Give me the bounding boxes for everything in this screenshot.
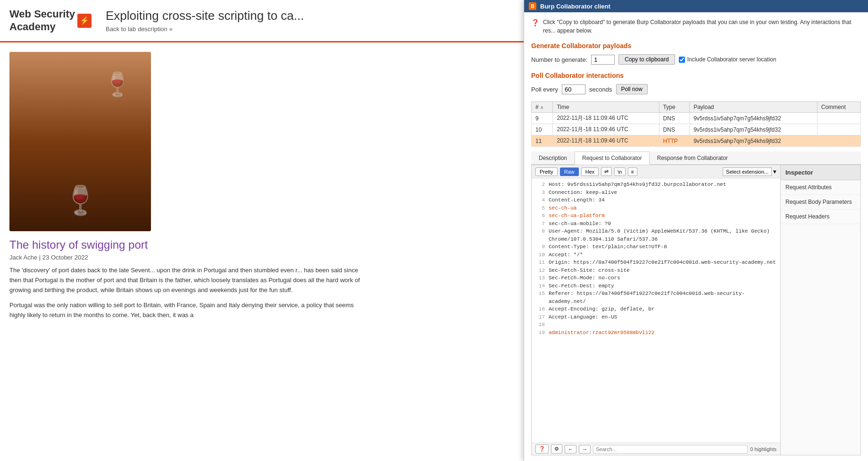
search-help-icon[interactable]: ❓ xyxy=(535,444,549,453)
poll-row: Poll every seconds Poll now xyxy=(531,84,861,94)
logo: Web Security Academy ⚡ xyxy=(9,8,92,33)
table-row[interactable]: 92022-11月-18 11:09:46 UTCDNS9v5rdss1iv5a… xyxy=(532,113,861,124)
article-section: 🍷 🍷 The history of swigging port Jack Ac… xyxy=(9,52,368,320)
poll-now-button[interactable]: Poll now xyxy=(616,84,648,94)
search-input[interactable] xyxy=(593,445,748,453)
line-content: Sec-Fetch-Site: cross-site xyxy=(549,267,630,275)
format-button-2[interactable]: \n xyxy=(614,168,625,176)
col-type[interactable]: Type xyxy=(659,102,690,113)
line-content: Accept-Language: en-US xyxy=(549,313,617,321)
help-icon: ❓ xyxy=(531,18,539,28)
include-label: Include Collaborator server location xyxy=(687,56,776,63)
code-line: 7sec-ch-ua-mobile: ?0 xyxy=(535,220,776,228)
code-line: 15Referer: https://0a7400f504f19227c0e21… xyxy=(535,290,776,305)
burp-title-bar: B Burp Collaborator client xyxy=(524,0,868,12)
format-button-1[interactable]: ⇌ xyxy=(601,167,612,176)
line-number: 7 xyxy=(535,220,545,228)
line-content: sec-ch-ua xyxy=(549,204,576,212)
generate-row: Number to generate: Copy to clipboard In… xyxy=(531,54,861,65)
cell-type: DNS xyxy=(659,124,690,135)
search-next-icon[interactable]: → xyxy=(579,445,591,453)
burp-body: ❓ Click "Copy to clipboard" to generate … xyxy=(524,12,868,461)
cell-time: 2022-11月-18 11:09:46 UTC xyxy=(553,113,659,124)
line-number: 13 xyxy=(535,274,545,282)
tabs-bar: DescriptionRequest to CollaboratorRespon… xyxy=(531,151,861,165)
interactions-table: # ∧ Time Type Payload Comment 92022-11月-… xyxy=(531,101,861,147)
line-number: 17 xyxy=(535,313,545,321)
logo-line1: Web Security xyxy=(9,8,75,20)
logo-text: Web Security Academy xyxy=(9,8,75,33)
code-line: 14Sec-Fetch-Dest: empty xyxy=(535,282,776,290)
line-content: sec-ch-ua-mobile: ?0 xyxy=(549,220,611,228)
number-input[interactable] xyxy=(591,55,615,65)
tab-request-to-collaborator[interactable]: Request to Collaborator xyxy=(575,151,650,165)
col-time[interactable]: Time xyxy=(553,102,659,113)
help-text-content: Click "Copy to clipboard" to generate Bu… xyxy=(543,18,861,35)
table-row[interactable]: 102022-11月-18 11:09:46 UTCDNS9v5rdss1iv5… xyxy=(532,124,861,135)
article-text-p2: Portugal was the only nation willing to … xyxy=(9,301,368,320)
line-content: Sec-Fetch-Dest: empty xyxy=(549,282,614,290)
cell-time: 2022-11月-18 11:09:46 UTC xyxy=(553,135,659,147)
code-line: 4Content-Length: 34 xyxy=(535,196,776,204)
line-number: 10 xyxy=(535,251,545,259)
line-number: 15 xyxy=(535,290,545,305)
help-text: ❓ Click "Copy to clipboard" to generate … xyxy=(531,18,861,35)
col-num[interactable]: # ∧ xyxy=(532,102,553,113)
poll-interval-input[interactable] xyxy=(562,84,585,94)
extension-dropdown-button[interactable]: Select extension... xyxy=(723,168,772,176)
line-content: Connection: keep-alive xyxy=(549,189,617,197)
table-row[interactable]: 112022-11月-18 11:09:46 UTCHTTP9v5rdss1iv… xyxy=(532,135,861,147)
pretty-button[interactable]: Pretty xyxy=(535,168,558,176)
line-content: User-Agent: Mozilla/5.0 (Victim) AppleWe… xyxy=(549,227,776,243)
line-content: Sec-Fetch-Mode: no-cors xyxy=(549,274,620,282)
col-payload[interactable]: Payload xyxy=(690,102,818,113)
raw-button[interactable]: Raw xyxy=(560,168,579,176)
include-location-checkbox[interactable]: Include Collaborator server location xyxy=(679,56,776,63)
tab-description[interactable]: Description xyxy=(531,151,575,164)
search-prev-icon[interactable]: ← xyxy=(565,445,576,453)
page-title: Exploiting cross-site scripting to ca... xyxy=(106,8,304,23)
logo-icon: ⚡ xyxy=(77,14,92,28)
code-line: 16Accept-Encoding: gzip, deflate, br xyxy=(535,305,776,313)
inspector-title: Inspector xyxy=(781,165,860,180)
inspector-section-request-body-parameters[interactable]: Request Body Parameters xyxy=(781,195,860,210)
code-line: 17Accept-Language: en-US xyxy=(535,313,776,321)
search-settings-icon[interactable]: ⚙ xyxy=(551,444,562,453)
code-line: 19administrator:rzact92mr9598mbvli22 xyxy=(535,329,776,337)
cell-num: 9 xyxy=(532,113,553,124)
poll-section-title: Poll Collaborator interactions xyxy=(531,72,861,79)
line-content: Accept: */* xyxy=(549,251,583,259)
editor-toolbar: Pretty Raw Hex ⇌ \n ≡ Select extension..… xyxy=(532,165,780,178)
copy-to-clipboard-button[interactable]: Copy to clipboard xyxy=(618,54,675,65)
article-text-p1: The 'discovery' of port dates back to th… xyxy=(9,266,368,295)
line-content: Content-Length: 34 xyxy=(549,196,605,204)
code-editor[interactable]: 2Host: 9v5rdss1iv5ahp7qm7g54khs9jfd32.bu… xyxy=(532,178,780,443)
code-line: 9Content-Type: text/plain;charset=UTF-8 xyxy=(535,243,776,251)
back-to-lab-link[interactable]: Back to lab description » xyxy=(106,25,304,33)
cell-type: DNS xyxy=(659,113,690,124)
code-line: 10Accept: */* xyxy=(535,251,776,259)
tab-response-from-collaborator[interactable]: Response from Collaborator xyxy=(650,151,735,164)
code-line: 3Connection: keep-alive xyxy=(535,189,776,197)
line-number: 4 xyxy=(535,196,545,204)
line-number: 19 xyxy=(535,329,545,337)
logo-line2: Academy xyxy=(9,21,56,33)
cell-comment xyxy=(817,113,860,124)
line-content: sec-ch-ua-platform xyxy=(549,212,605,220)
cell-payload: 9v5rdss1iv5ahp7qm7g54khs9jfd32 xyxy=(690,113,818,124)
include-checkbox-input[interactable] xyxy=(679,57,685,63)
inspector-section-request-attributes[interactable]: Request Attributes xyxy=(781,180,860,195)
inspector-panel: Inspector Request AttributesRequest Body… xyxy=(780,165,860,455)
line-number: 6 xyxy=(535,212,545,220)
line-number: 2 xyxy=(535,181,545,189)
line-number: 16 xyxy=(535,305,545,313)
hex-button[interactable]: Hex xyxy=(581,168,599,176)
burp-title: Burp Collaborator client xyxy=(540,3,610,10)
line-content: Referer: https://0a7400f504f19227c0e21f7… xyxy=(549,290,776,305)
code-line: 5sec-ch-ua xyxy=(535,204,776,212)
inspector-section-request-headers[interactable]: Request Headers xyxy=(781,210,860,224)
search-bar: ❓ ⚙ ← → 0 highlights xyxy=(532,443,780,455)
line-content: administrator:rzact92mr9598mbvli22 xyxy=(549,329,654,337)
col-comment[interactable]: Comment xyxy=(817,102,860,113)
format-button-3[interactable]: ≡ xyxy=(628,168,637,176)
